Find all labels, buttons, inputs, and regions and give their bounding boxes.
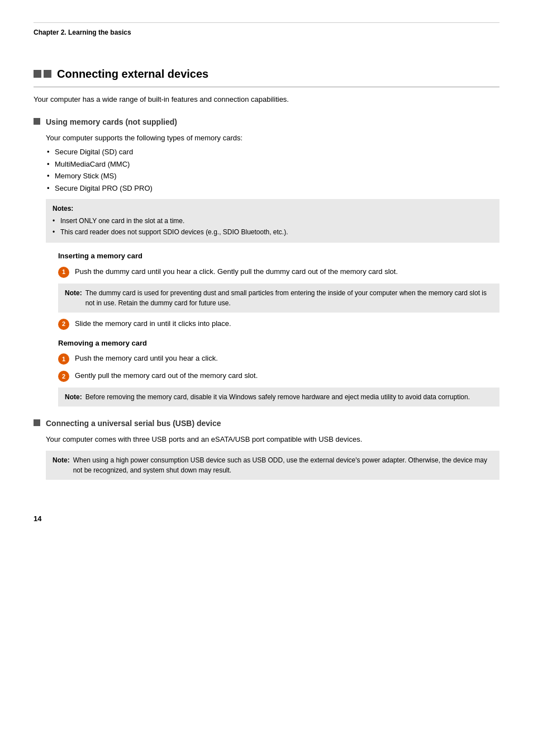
list-item: Secure Digital PRO (SD PRO): [46, 183, 499, 194]
subsection-usb-header: Connecting a universal serial bus (USB) …: [34, 418, 499, 429]
step-number-2: 2: [58, 319, 69, 330]
note-insert: Note: The dummy card is used for prevent…: [58, 284, 499, 313]
main-section-header: Connecting external devices: [34, 65, 499, 87]
main-section-title: Connecting external devices: [57, 65, 208, 82]
section-icons: [34, 70, 51, 78]
inserting-heading: Inserting a memory card: [58, 251, 499, 262]
removing-subsection: Removing a memory card 1 Push the memory…: [46, 338, 499, 407]
list-item: This card reader does not support SDIO d…: [53, 227, 493, 237]
note-insert-label: Note:: [65, 288, 82, 308]
page-number: 14: [34, 513, 499, 525]
main-section-intro: Your computer has a wide range of built-…: [34, 94, 499, 105]
inserting-subsection: Inserting a memory card 1 Push the dummy…: [46, 251, 499, 330]
chapter-title-text: Chapter 2. Learning the basics: [34, 29, 131, 36]
step-insert-1: 1 Push the dummy card until you hear a c…: [58, 266, 499, 278]
subsection-icon-usb: [34, 419, 40, 426]
list-item: Secure Digital (SD) card: [46, 147, 499, 158]
step-number-1: 1: [58, 267, 69, 278]
notes-box-memory: Notes: Insert ONLY one card in the slot …: [46, 199, 499, 243]
note-remove: Note: Before removing the memory card, d…: [58, 388, 499, 407]
chapter-heading: Chapter 2. Learning the basics: [34, 22, 499, 37]
step-number-r1: 1: [58, 353, 69, 365]
note-remove-label: Note:: [65, 392, 82, 402]
step-text-2: Slide the memory card in until it clicks…: [75, 318, 499, 329]
note-remove-text: Before removing the memory card, disable…: [85, 392, 470, 402]
memory-cards-list: Secure Digital (SD) card MultiMediaCard …: [46, 147, 499, 193]
subsection-icon-memory: [34, 118, 40, 125]
subsection-usb-intro: Your computer comes with three USB ports…: [46, 434, 499, 445]
subsection-memory-intro: Your computer supports the following typ…: [46, 133, 499, 144]
subsection-usb: Connecting a universal serial bus (USB) …: [34, 418, 499, 480]
list-item: MultiMediaCard (MMC): [46, 159, 499, 170]
notes-list: Insert ONLY one card in the slot at a ti…: [53, 216, 493, 237]
list-item: Memory Stick (MS): [46, 171, 499, 182]
subsection-memory-cards-header: Using memory cards (not supplied): [34, 116, 499, 128]
subsection-memory-content: Your computer supports the following typ…: [46, 133, 499, 407]
section-icon-1: [34, 70, 41, 78]
step-remove-2: 2 Gently pull the memory card out of the…: [58, 370, 499, 382]
notes-title: Notes:: [53, 205, 73, 212]
section-icon-2: [44, 70, 51, 78]
subsection-usb-title: Connecting a universal serial bus (USB) …: [46, 418, 221, 429]
step-text-1: Push the dummy card until you hear a cli…: [75, 266, 499, 277]
subsection-memory-cards: Using memory cards (not supplied) Your c…: [34, 116, 499, 407]
step-text-r2: Gently pull the memory card out of the m…: [75, 370, 499, 381]
subsection-usb-content: Your computer comes with three USB ports…: [46, 434, 499, 480]
step-insert-2: 2 Slide the memory card in until it clic…: [58, 318, 499, 330]
step-remove-1: 1 Push the memory card until you hear a …: [58, 353, 499, 365]
note-usb-label: Note:: [53, 455, 70, 475]
note-usb: Note: When using a high power consumptio…: [46, 451, 499, 480]
removing-heading: Removing a memory card: [58, 338, 499, 349]
list-item: Insert ONLY one card in the slot at a ti…: [53, 216, 493, 226]
note-usb-text: When using a high power consumption USB …: [73, 455, 493, 475]
subsection-memory-title: Using memory cards (not supplied): [46, 116, 177, 128]
step-number-r2: 2: [58, 371, 69, 382]
step-text-r1: Push the memory card until you hear a cl…: [75, 353, 499, 364]
note-insert-text: The dummy card is used for preventing du…: [85, 288, 493, 308]
